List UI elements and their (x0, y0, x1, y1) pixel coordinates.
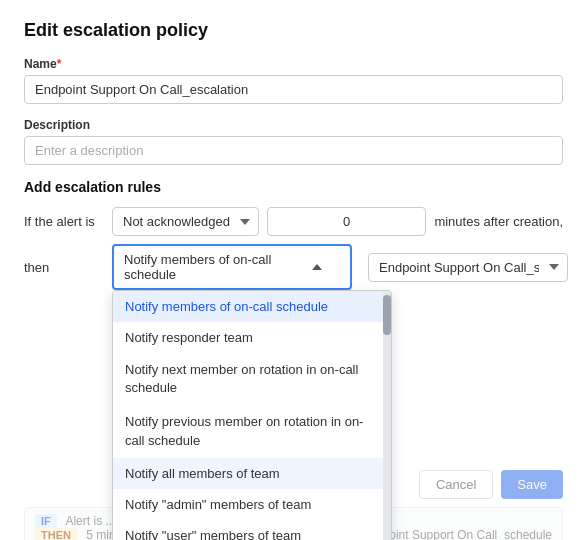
badge-then-1: THEN (35, 528, 77, 540)
then-selected-text: Notify members of on-call schedule (124, 252, 312, 282)
save-button-top[interactable]: Save (501, 470, 563, 499)
rule-right-text-1: lpoint Support On Call_schedule (380, 528, 552, 540)
description-input[interactable] (24, 136, 563, 165)
dropdown-scrollbar[interactable] (383, 291, 391, 540)
name-input[interactable] (24, 75, 563, 104)
if-row: If the alert is Not acknowledged Not res… (24, 207, 563, 236)
then-dropdown-menu: Notify members of on-call schedule Notif… (112, 290, 392, 540)
dropdown-item-4[interactable]: Notify all members of team (113, 458, 391, 489)
dropdown-item-0[interactable]: Notify members of on-call schedule (113, 291, 391, 322)
dropdown-item-3[interactable]: Notify previous member on rotation in on… (113, 405, 391, 457)
rules-area: If the alert is Not acknowledged Not res… (24, 207, 563, 540)
name-label: Name* (24, 57, 563, 71)
escalation-rules-title: Add escalation rules (24, 179, 563, 195)
after-label: minutes after creation, (434, 214, 563, 229)
page-title: Edit escalation policy (24, 20, 563, 41)
then-label: then (24, 260, 104, 275)
schedule-select[interactable]: Endpoint Support On Call_schedule (368, 253, 568, 282)
cancel-button-top[interactable]: Cancel (419, 470, 493, 499)
condition-select[interactable]: Not acknowledged Not resolved Not silenc… (112, 207, 259, 236)
badge-if-1: IF (35, 514, 57, 528)
then-dropdown-selected[interactable]: Notify members of on-call schedule (112, 244, 352, 290)
minutes-input[interactable] (267, 207, 426, 236)
description-label: Description (24, 118, 563, 132)
then-row: then Notify members of on-call schedule … (24, 244, 563, 290)
description-field-group: Description (24, 118, 563, 165)
then-dropdown-container: Notify members of on-call schedule Notif… (112, 244, 352, 290)
dropdown-item-2[interactable]: Notify next member on rotation in on-cal… (113, 353, 391, 405)
if-label: If the alert is (24, 214, 104, 229)
dropdown-item-1[interactable]: Notify responder team (113, 322, 391, 353)
dropdown-item-5[interactable]: Notify "admin" members of team (113, 489, 391, 520)
name-field-group: Name* (24, 57, 563, 104)
rule-if-text-1: Alert is ... (65, 514, 115, 528)
dropdown-item-6[interactable]: Notify "user" members of team (113, 520, 391, 540)
chevron-up-icon (312, 264, 322, 270)
dropdown-scroll-thumb (383, 295, 391, 335)
